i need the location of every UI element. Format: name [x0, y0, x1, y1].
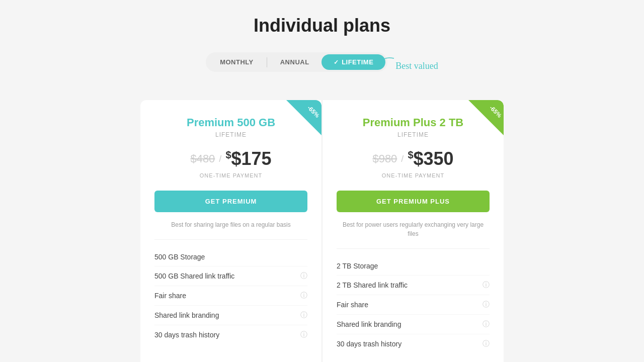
plan-billing-premium: LIFETIME	[154, 131, 307, 138]
toggle-divider	[267, 57, 267, 67]
feature-branding-premium: Shared link branding ⓘ	[154, 306, 307, 325]
feature-storage-plus: 2 TB Storage	[337, 257, 490, 276]
info-icon-fairshare-plus[interactable]: ⓘ	[482, 300, 490, 309]
plans-container: -65% Premium 500 GB LIFETIME $480 / $$17…	[138, 100, 506, 362]
price-divider-premium: /	[219, 154, 221, 164]
feature-traffic-premium: 500 GB Shared link traffic ⓘ	[154, 266, 307, 286]
toggle-monthly[interactable]: MONTHLY	[208, 54, 266, 70]
features-list-plus: 2 TB Storage 2 TB Shared link traffic ⓘ …	[337, 248, 490, 353]
feature-branding-plus: Shared link branding ⓘ	[337, 315, 490, 334]
discount-badge-premium-plus: -65%	[468, 100, 504, 135]
info-icon-traffic-plus[interactable]: ⓘ	[482, 281, 490, 290]
features-list-premium: 500 GB Storage 500 GB Shared link traffi…	[154, 239, 307, 344]
get-premium-plus-button[interactable]: GET PREMIUM PLUS	[337, 191, 490, 212]
get-premium-button[interactable]: GET PREMIUM	[154, 191, 307, 212]
info-icon-fairshare-premium[interactable]: ⓘ	[300, 291, 307, 300]
toggle-annual[interactable]: ANNUAL	[268, 54, 321, 70]
feature-fairshare-premium: Fair share ⓘ	[154, 286, 307, 306]
best-valued-arrow	[376, 56, 396, 71]
plan-price-plus: $980 / $$350	[337, 148, 490, 169]
best-valued-wrapper: Best valued	[391, 61, 438, 71]
price-new-plus: $$350	[408, 148, 453, 169]
feature-trash-plus: 30 days trash history ⓘ	[337, 334, 490, 353]
plan-name-premium-plus: Premium Plus 2 TB	[337, 116, 490, 129]
payment-type-plus: ONE-TIME PAYMENT	[337, 172, 490, 178]
plan-premium: -65% Premium 500 GB LIFETIME $480 / $$17…	[140, 100, 322, 362]
best-valued-label: Best valued	[395, 61, 438, 71]
price-old-plus: $980	[372, 152, 397, 165]
check-icon: ✓	[334, 59, 339, 66]
plan-price-premium: $480 / $$175	[154, 148, 307, 169]
info-icon-branding-premium[interactable]: ⓘ	[300, 311, 307, 320]
plan-name-premium: Premium 500 GB	[154, 116, 307, 129]
plan-billing-plus: LIFETIME	[337, 131, 490, 138]
price-old-premium: $480	[190, 152, 215, 165]
feature-fairshare-plus: Fair share ⓘ	[337, 295, 490, 315]
info-icon-trash-plus[interactable]: ⓘ	[482, 339, 490, 348]
payment-type-premium: ONE-TIME PAYMENT	[154, 172, 307, 178]
price-new-premium: $$175	[225, 148, 271, 169]
discount-badge-premium: -65%	[286, 100, 321, 135]
toggle-lifetime[interactable]: ✓ LIFETIME	[321, 54, 386, 70]
plan-premium-plus: -65% Premium Plus 2 TB LIFETIME $980 / $…	[322, 100, 504, 362]
plan-description-plus: Best for power users regularly exchangin…	[337, 220, 490, 238]
feature-trash-premium: 30 days trash history ⓘ	[154, 325, 307, 344]
billing-toggle: MONTHLY ANNUAL ✓ LIFETIME	[206, 52, 387, 72]
price-divider-plus: /	[401, 154, 404, 164]
info-icon-trash-premium[interactable]: ⓘ	[300, 330, 307, 339]
info-icon-traffic-premium[interactable]: ⓘ	[300, 272, 307, 281]
feature-storage-premium: 500 GB Storage	[154, 248, 307, 266]
info-icon-branding-plus[interactable]: ⓘ	[482, 320, 490, 329]
plan-description-premium: Best for sharing large files on a regula…	[154, 220, 307, 229]
page-title: Individual plans	[254, 15, 390, 36]
feature-traffic-plus: 2 TB Shared link traffic ⓘ	[337, 276, 490, 295]
